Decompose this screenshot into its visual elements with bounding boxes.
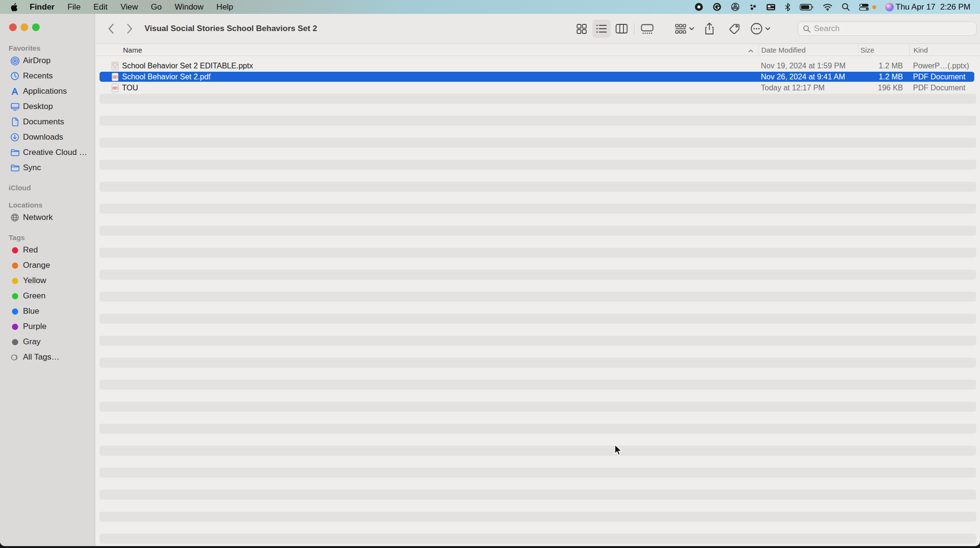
folder-icon — [10, 164, 20, 172]
sidebar-item-gray[interactable]: Gray — [0, 334, 95, 350]
share-button[interactable] — [704, 22, 714, 35]
empty-row-stripe — [100, 402, 976, 412]
finder-window: FavoritesAirDropRecentsApplicationsDeskt… — [0, 14, 980, 546]
minimize-button[interactable] — [21, 23, 28, 31]
tag-dot-icon — [10, 293, 20, 299]
dots-app-icon[interactable] — [749, 3, 757, 11]
menu-item-finder[interactable]: Finder — [30, 2, 55, 12]
notification-dot — [872, 5, 876, 9]
icon-view-button[interactable] — [572, 20, 590, 38]
chevron-down-icon — [765, 27, 770, 31]
menu-item-help[interactable]: Help — [216, 2, 233, 12]
downloads-icon — [10, 133, 20, 142]
sidebar-item-airdrop[interactable]: AirDrop — [0, 53, 95, 68]
file-row[interactable]: TOUToday at 12:17 PM196 KBPDF Document — [96, 82, 980, 93]
search-field[interactable] — [798, 22, 977, 36]
column-header-date-modified[interactable]: Date Modified — [758, 44, 858, 55]
menu-item-window[interactable]: Window — [175, 2, 203, 12]
tags-button[interactable] — [728, 23, 740, 35]
menubar-date[interactable]: Thu Apr 17 — [896, 2, 935, 12]
sidebar-item-downloads[interactable]: Downloads — [0, 130, 95, 145]
sidebar-item-blue[interactable]: Blue — [0, 304, 95, 319]
empty-row-stripe — [100, 270, 976, 280]
color-wheel-icon[interactable] — [731, 2, 740, 11]
tag-dot-icon — [10, 263, 20, 269]
pdf-file-icon — [111, 73, 119, 81]
group-button[interactable] — [675, 23, 694, 34]
sidebar-item-all-tags[interactable]: All Tags… — [0, 350, 95, 365]
view-switcher — [572, 20, 657, 38]
zoom-button[interactable] — [32, 23, 40, 31]
file-date-modified: Today at 12:17 PM — [758, 84, 858, 92]
sidebar-item-purple[interactable]: Purple — [0, 319, 95, 334]
file-name: TOU — [122, 84, 138, 92]
sidebar-item-network[interactable]: Network — [0, 210, 95, 225]
list-view-button[interactable] — [592, 20, 611, 38]
close-button[interactable] — [9, 23, 17, 31]
tag-dot-icon — [10, 308, 20, 315]
empty-row-stripe — [100, 314, 976, 324]
empty-row-stripe — [100, 292, 976, 302]
siri-icon[interactable] — [885, 3, 894, 11]
sidebar-item-label: Blue — [23, 307, 42, 316]
menu-item-file[interactable]: File — [67, 2, 80, 12]
file-kind: PDF Document — [909, 73, 980, 81]
column-header-kind[interactable]: Kind — [909, 44, 980, 55]
forward-button[interactable] — [122, 21, 138, 37]
control-center-icon[interactable] — [859, 3, 869, 11]
menu-items: FinderFileEditViewGoWindowHelp — [30, 2, 233, 12]
column-view-button[interactable] — [612, 20, 631, 38]
more-actions-button[interactable] — [750, 22, 770, 35]
sidebar-section-title: iCloud — [0, 183, 95, 193]
sidebar-item-orange[interactable]: Orange — [0, 258, 95, 273]
grammarly-icon[interactable] — [713, 2, 722, 11]
tag-dot-icon — [10, 278, 20, 284]
sidebar-section-title: Tags — [0, 233, 95, 242]
menu-item-go[interactable]: Go — [151, 2, 162, 12]
wifi-icon[interactable] — [823, 3, 833, 11]
back-button[interactable] — [102, 21, 119, 37]
airdrop-icon — [10, 56, 20, 66]
input-source-icon[interactable] — [766, 3, 776, 11]
file-row[interactable]: School Behavior Set 2.pdfNov 26, 2024 at… — [96, 71, 980, 82]
sidebar-item-label: Downloads — [23, 132, 66, 142]
sidebar-item-yellow[interactable]: Yellow — [0, 273, 95, 288]
sidebar-item-documents[interactable]: Documents — [0, 114, 95, 130]
sidebar-item-label: Purple — [23, 322, 49, 331]
document-icon — [10, 118, 20, 126]
toolbar: Visual Social Stories School Behaviors S… — [96, 14, 980, 44]
file-date-modified: Nov 26, 2024 at 9:41 AM — [758, 73, 858, 81]
status-icons — [694, 2, 894, 11]
sidebar-item-red[interactable]: Red — [0, 242, 95, 258]
empty-row-stripe — [100, 160, 976, 170]
all-tags-icon — [10, 354, 20, 361]
sidebar-item-applications[interactable]: Applications — [0, 84, 95, 99]
column-header-name[interactable]: Name — [96, 46, 758, 54]
pdf-file-icon — [111, 84, 119, 92]
gallery-view-button[interactable] — [638, 20, 657, 38]
search-input[interactable] — [814, 24, 971, 33]
sidebar-item-recents[interactable]: Recents — [0, 68, 95, 84]
sort-ascending-icon — [748, 46, 754, 55]
sidebar-item-desktop[interactable]: Desktop — [0, 99, 95, 114]
window-controls — [9, 23, 40, 31]
column-header-size[interactable]: Size — [858, 44, 909, 55]
window-title: Visual Social Stories School Behaviors S… — [145, 24, 317, 33]
menubar-time[interactable]: 2:26 PM — [940, 2, 970, 12]
sidebar-item-creative-cloud-fil[interactable]: Creative Cloud Fil… — [0, 145, 95, 160]
file-size: 196 KB — [858, 84, 909, 92]
record-icon[interactable] — [694, 2, 703, 11]
empty-row-stripe — [100, 336, 976, 346]
menu-item-view[interactable]: View — [121, 2, 138, 12]
desktop-icon — [10, 103, 20, 111]
bluetooth-icon[interactable] — [785, 3, 791, 11]
battery-icon[interactable] — [800, 4, 813, 11]
sidebar-item-sync[interactable]: Sync — [0, 160, 95, 175]
sidebar-item-green[interactable]: Green — [0, 288, 95, 304]
menu-item-edit[interactable]: Edit — [93, 2, 107, 12]
empty-row-stripe — [100, 182, 976, 192]
apple-menu-icon[interactable] — [11, 3, 18, 11]
empty-row-stripe — [100, 226, 976, 236]
file-row[interactable]: School Behavior Set 2 EDITABLE.pptxNov 1… — [96, 60, 980, 71]
spotlight-icon[interactable] — [842, 3, 850, 11]
